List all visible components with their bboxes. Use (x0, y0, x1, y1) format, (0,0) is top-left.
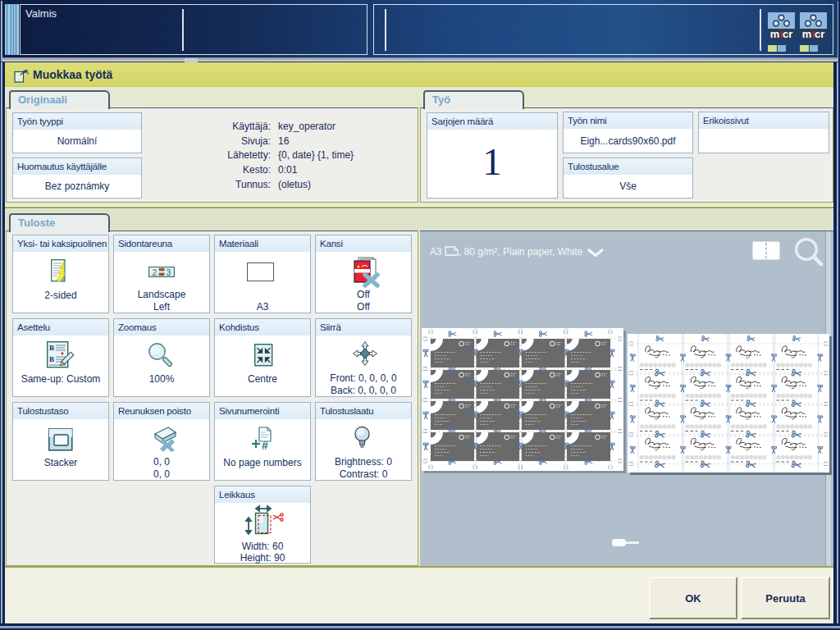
svg-text:B: B (49, 344, 54, 352)
svg-text:micr: micr (802, 28, 824, 39)
svg-text:#: # (262, 439, 268, 450)
svg-text:B: B (49, 355, 54, 363)
svg-text:micr: micr (770, 28, 792, 39)
svg-text:3: 3 (167, 267, 171, 277)
svg-text:2: 2 (153, 267, 158, 277)
